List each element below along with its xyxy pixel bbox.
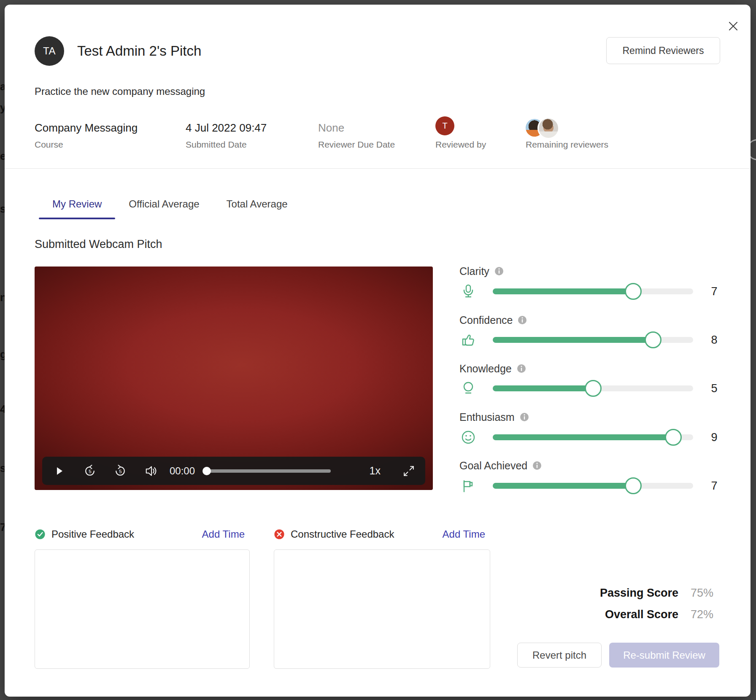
slider-fill	[493, 434, 673, 440]
slider-label-text: Knowledge	[459, 363, 512, 375]
video-controls-bar: 5 5 00:00 1x	[42, 457, 425, 485]
slider-label-3: Enthusiasm	[459, 411, 529, 423]
info-icon[interactable]	[517, 364, 526, 373]
tab-label: My Review	[52, 198, 102, 210]
volume-button[interactable]	[144, 465, 159, 477]
close-button[interactable]	[727, 20, 740, 32]
flag-icon	[461, 478, 476, 493]
tab-label: Total Average	[227, 198, 288, 210]
constructive-feedback-title: Constructive Feedback	[291, 528, 394, 540]
course-value: Company Messaging	[35, 121, 138, 135]
video-time: 00:00	[170, 465, 195, 477]
overall-score-label: Overall Score	[605, 608, 678, 621]
positive-feedback-title: Positive Feedback	[51, 528, 134, 540]
slider-thumb[interactable]	[625, 283, 642, 300]
slider-fill	[493, 337, 653, 343]
remaining-reviewer-avatar-2	[537, 117, 559, 139]
webcam-pitch-video[interactable]: 5 5 00:00 1x	[35, 267, 433, 490]
positive-add-time-link[interactable]: Add Time	[202, 528, 245, 540]
page-title: Test Admin 2's Pitch	[77, 36, 201, 66]
constructive-feedback-header: Constructive Feedback Add Time	[274, 528, 490, 541]
slider-label-0: Clarity	[459, 265, 504, 277]
positive-feedback-header: Positive Feedback Add Time	[35, 528, 250, 541]
rewind-5-button[interactable]: 5	[83, 464, 97, 478]
slider-label-text: Enthusiasm	[459, 411, 515, 423]
reviewed-by-label: Reviewed by	[435, 140, 486, 150]
close-icon	[728, 21, 739, 32]
pitch-review-modal: TA Test Admin 2's Pitch Remind Reviewers…	[5, 5, 751, 697]
reviewer-due-date-label: Reviewer Due Date	[318, 140, 395, 150]
review-tabs: My Review Official Average Total Average	[39, 193, 301, 219]
constructive-feedback-input[interactable]	[274, 549, 490, 669]
slider-track-2[interactable]	[493, 385, 693, 391]
avatar: TA	[35, 36, 64, 66]
tab-official-average[interactable]: Official Average	[115, 193, 213, 219]
smiley-icon	[461, 430, 476, 445]
screen: { "backdrop": { "fragments": ["a", "y", …	[0, 0, 756, 700]
positive-feedback-input[interactable]	[35, 549, 250, 669]
info-icon[interactable]	[494, 267, 504, 276]
svg-text:5: 5	[89, 469, 91, 474]
rewind-5-icon: 5	[83, 464, 97, 478]
remaining-reviewers-label: Remaining reviewers	[526, 140, 608, 150]
info-icon[interactable]	[518, 315, 527, 325]
slider-label-2: Knowledge	[459, 362, 526, 375]
play-button[interactable]	[55, 466, 64, 476]
slider-fill	[493, 385, 593, 391]
positive-check-icon	[35, 529, 46, 540]
tab-label: Official Average	[129, 198, 199, 210]
thumbs-up-icon	[461, 332, 476, 347]
info-icon[interactable]	[532, 461, 542, 470]
constructive-add-time-link[interactable]: Add Time	[443, 528, 485, 540]
info-icon[interactable]	[520, 412, 529, 422]
resubmit-review-button[interactable]: Re-submit Review	[609, 643, 719, 668]
lightbulb-icon	[461, 381, 476, 396]
slider-track-0[interactable]	[493, 288, 693, 294]
playback-speed-button[interactable]: 1x	[370, 465, 381, 477]
slider-label-text: Clarity	[459, 265, 489, 277]
fullscreen-icon	[402, 465, 415, 477]
slider-value-3: 9	[705, 431, 724, 444]
slider-track-4[interactable]	[493, 483, 693, 489]
reviewer-due-date-value: None	[318, 121, 344, 135]
scores-summary: Passing Score 75% Overall Score 72%	[469, 586, 714, 622]
overall-score-row: Overall Score 72%	[469, 607, 714, 622]
tab-total-average[interactable]: Total Average	[213, 193, 301, 219]
revert-pitch-button[interactable]: Revert pitch	[517, 643, 602, 668]
course-label: Course	[35, 140, 63, 150]
submitted-date-value: 4 Jul 2022 09:47	[186, 121, 267, 135]
video-progress-bar[interactable]	[203, 469, 331, 473]
forward-5-icon: 5	[113, 464, 127, 478]
tab-my-review[interactable]: My Review	[39, 193, 115, 219]
slider-thumb[interactable]	[625, 477, 642, 494]
slider-label-1: Confidence	[459, 314, 527, 326]
video-progress-thumb[interactable]	[202, 467, 211, 475]
reviewed-by-avatar: T	[435, 116, 454, 135]
section-title: Submitted Webcam Pitch	[35, 238, 162, 251]
slider-value-1: 8	[705, 334, 724, 346]
remind-reviewers-button[interactable]: Remind Reviewers	[606, 37, 720, 64]
slider-track-1[interactable]	[493, 337, 693, 343]
slider-thumb[interactable]	[585, 380, 602, 397]
slider-label-4: Goal Achieved	[459, 459, 542, 472]
slider-value-0: 7	[705, 285, 724, 298]
overall-score-value: 72%	[691, 608, 714, 621]
passing-score-value: 75%	[691, 587, 714, 600]
fullscreen-button[interactable]	[402, 465, 415, 477]
forward-5-button[interactable]: 5	[113, 464, 127, 478]
constructive-x-icon	[274, 529, 285, 540]
svg-text:5: 5	[119, 469, 122, 474]
slider-label-text: Goal Achieved	[459, 460, 527, 472]
slider-value-2: 5	[705, 382, 724, 395]
pitch-description: Practice the new company messaging	[35, 86, 205, 97]
microphone-icon	[461, 284, 476, 299]
slider-label-text: Confidence	[459, 314, 513, 326]
volume-icon	[145, 465, 158, 477]
slider-fill	[493, 483, 633, 489]
slider-thumb[interactable]	[645, 331, 662, 348]
slider-thumb[interactable]	[665, 429, 682, 446]
passing-score-label: Passing Score	[600, 587, 678, 600]
slider-value-4: 7	[705, 479, 724, 492]
header-divider	[5, 168, 751, 169]
slider-track-3[interactable]	[493, 434, 693, 440]
